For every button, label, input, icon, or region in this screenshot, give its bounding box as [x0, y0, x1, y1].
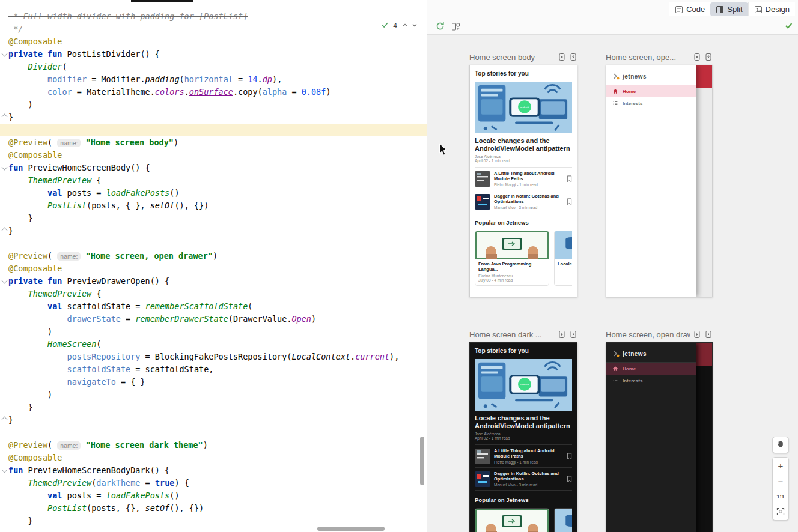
post-row[interactable]: A Little Thing about Android Module Path… [475, 168, 572, 190]
code-line[interactable]: scaffoldState = scaffoldState, [0, 363, 427, 376]
code-line[interactable]: private fun PreviewDrawerOpen() { [0, 275, 427, 288]
code-editor[interactable]: * Full-width divider with padding for [P… [0, 0, 427, 532]
refresh-preview-icon[interactable] [435, 21, 445, 31]
code-line[interactable] [0, 237, 427, 250]
drawer-item-home[interactable]: Home [606, 85, 696, 97]
zoom-out-button[interactable]: − [773, 473, 788, 489]
top-stories-header: Top stories for you [475, 70, 572, 77]
code-line[interactable]: @Composable [0, 262, 427, 275]
code-line[interactable]: color = MaterialTheme.colors.onSurface.c… [0, 86, 427, 98]
popular-card[interactable]: Locale changes and the Andr... [554, 231, 572, 286]
article-thumbnail [475, 194, 490, 210]
run-on-device-icon[interactable] [569, 330, 577, 339]
code-line[interactable]: * Full-width divider with padding for [P… [0, 10, 427, 23]
code-line[interactable]: */ [0, 23, 427, 35]
run-on-device-icon[interactable] [569, 53, 577, 61]
bookmark-icon[interactable] [567, 453, 572, 460]
code-lines[interactable]: * Full-width divider with padding for [P… [0, 10, 427, 527]
code-line[interactable]: val posts = loadFakePosts() [0, 489, 427, 502]
code-line[interactable]: drawerState = rememberDrawerState(Drawer… [0, 313, 427, 325]
code-line[interactable]: @Preview( name: "Home screen dark theme"… [0, 439, 427, 452]
code-line[interactable]: @Preview( name: "Home screen, open drawe… [0, 250, 427, 262]
code-line[interactable]: ) [0, 388, 427, 401]
code-line[interactable]: ThemedPreview { [0, 174, 427, 187]
code-line[interactable]: @Composable [0, 149, 427, 162]
code-line[interactable]: } [0, 225, 427, 237]
code-line[interactable]: val scaffoldState = rememberScaffoldStat… [0, 300, 427, 313]
code-line[interactable]: @Composable [0, 35, 427, 48]
interactive-preview-icon[interactable] [693, 53, 701, 61]
interactive-preview-icon[interactable] [693, 330, 701, 339]
view-options-icon[interactable] [451, 22, 460, 31]
hero-article[interactable]: android Locale changes and the AndroidVi… [475, 359, 572, 440]
code-line[interactable]: HomeScreen( [0, 338, 427, 351]
horizontal-scrollbar[interactable] [317, 527, 385, 531]
inspection-widget[interactable]: 4 [381, 20, 418, 31]
preview-slot-home-screen-open-drawer[interactable]: Home screen, ope... jetnews HomeInterest… [606, 49, 713, 297]
code-line[interactable]: } [0, 111, 427, 124]
preview-render: Top stories for you android Locale chang… [469, 342, 577, 532]
code-line[interactable]: val posts = loadFakePosts() [0, 187, 427, 199]
interactive-preview-icon[interactable] [558, 53, 566, 61]
code-line[interactable]: } [0, 515, 427, 527]
drawer-item-interests[interactable]: Interests [606, 375, 696, 387]
pan-tool-button[interactable] [772, 437, 789, 453]
code-line[interactable]: ) [0, 325, 427, 338]
next-issue-icon[interactable] [411, 20, 418, 31]
interactive-preview-icon[interactable] [558, 330, 566, 339]
post-meta: Manuel Vivo - 3 min read [494, 483, 563, 487]
code-line[interactable]: Divider( [0, 61, 427, 73]
code-line[interactable]: navigateTo = { } [0, 376, 427, 388]
code-line[interactable]: } [0, 212, 427, 225]
design-view-button[interactable]: Design [748, 2, 795, 16]
drawer-item-home[interactable]: Home [606, 363, 696, 375]
prev-issue-icon[interactable] [401, 20, 409, 31]
code-view-button[interactable]: Code [669, 2, 710, 16]
code-line[interactable]: @Composable [0, 452, 427, 464]
post-title: Dagger in Kotlin: Gotchas and Optimizati… [494, 471, 563, 482]
hero-article[interactable]: android Locale changes and the AndroidVi… [475, 82, 572, 163]
svg-text:android: android [520, 383, 529, 386]
hand-icon [776, 440, 785, 450]
code-line[interactable]: postsRepository = BlockingFakePostsRepos… [0, 351, 427, 363]
post-row[interactable]: Dagger in Kotlin: Gotchas and Optimizati… [475, 190, 572, 213]
popular-card[interactable]: From Java Programming Langua... Florina … [475, 231, 549, 286]
code-line[interactable]: fun PreviewHomeScreenBodyDark() { [0, 464, 427, 477]
run-on-device-icon[interactable] [704, 53, 713, 61]
bookmark-icon[interactable] [567, 476, 572, 483]
code-line[interactable] [0, 124, 427, 136]
preview-slot-home-screen-body[interactable]: Home screen body Top stories for you and… [469, 49, 577, 297]
editor-tab-underline [131, 0, 193, 2]
code-line[interactable]: } [0, 401, 427, 414]
code-line[interactable]: fun PreviewHomeScreenBody() { [0, 162, 427, 174]
code-line[interactable]: ) [0, 98, 427, 111]
popular-card[interactable]: Locale changes and the Andr... [554, 508, 572, 532]
code-line[interactable]: PostList(posts, { }, setOf(), {}) [0, 199, 427, 212]
run-on-device-icon[interactable] [704, 330, 713, 339]
design-view-icon [754, 5, 763, 14]
post-row[interactable]: Dagger in Kotlin: Gotchas and Optimizati… [475, 468, 572, 490]
zoom-reset-button[interactable]: 1:1 [773, 489, 788, 504]
bookmark-icon[interactable] [567, 198, 572, 205]
zoom-to-fit-button[interactable] [773, 504, 788, 520]
post-row[interactable]: A Little Thing about Android Module Path… [475, 445, 572, 467]
popular-card[interactable]: From Java Programming Langua... Florina … [475, 508, 549, 532]
split-view-button[interactable]: Split [710, 2, 748, 16]
bookmark-icon[interactable] [567, 175, 572, 183]
drawer-scene: jetnews HomeInterests [606, 65, 712, 297]
code-line[interactable]: @Preview( name: "Home screen body") [0, 136, 427, 149]
code-line[interactable] [0, 426, 427, 439]
drawer-item-interests[interactable]: Interests [606, 97, 696, 109]
code-line[interactable]: modifier = Modifier.padding(horizontal =… [0, 73, 427, 86]
jetnews-logo-icon [612, 73, 620, 80]
code-line[interactable]: PostList(posts, {}, setOf(), {}) [0, 502, 427, 515]
preview-slot-home-screen-dark[interactable]: Home screen dark ... Top stories for you… [469, 327, 577, 532]
code-line[interactable]: ThemedPreview(darkTheme = true) { [0, 477, 427, 489]
zoom-in-button[interactable]: + [773, 458, 788, 473]
vertical-scrollbar[interactable] [420, 437, 424, 485]
code-line[interactable]: private fun PostListDivider() { [0, 48, 427, 61]
preview-slot-open-drawer-dark[interactable]: Home screen, open drawer dar... jetnews … [606, 327, 713, 532]
code-line[interactable]: ThemedPreview { [0, 288, 427, 300]
code-line[interactable]: } [0, 414, 427, 426]
popular-title: Locale changes and the Andr... [555, 259, 572, 268]
